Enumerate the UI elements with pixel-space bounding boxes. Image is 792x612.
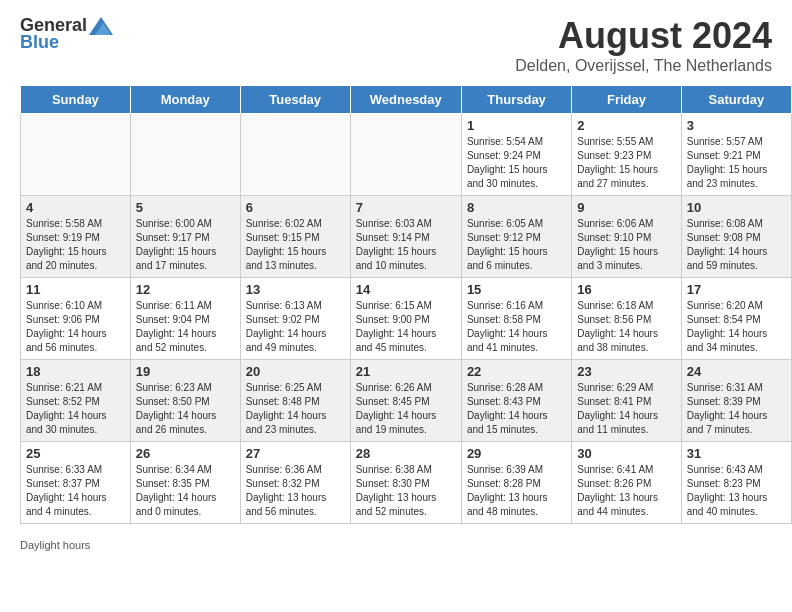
calendar-day-cell: 9Sunrise: 6:06 AM Sunset: 9:10 PM Daylig… (572, 196, 681, 278)
calendar-wrapper: SundayMondayTuesdayWednesdayThursdayFrid… (0, 85, 792, 534)
day-number: 14 (356, 282, 456, 297)
day-header-monday: Monday (130, 86, 240, 114)
calendar-day-cell: 4Sunrise: 5:58 AM Sunset: 9:19 PM Daylig… (21, 196, 131, 278)
day-info: Sunrise: 6:43 AM Sunset: 8:23 PM Dayligh… (687, 463, 786, 519)
day-number: 10 (687, 200, 786, 215)
day-number: 30 (577, 446, 675, 461)
day-number: 21 (356, 364, 456, 379)
day-header-wednesday: Wednesday (350, 86, 461, 114)
calendar-week-row: 25Sunrise: 6:33 AM Sunset: 8:37 PM Dayli… (21, 442, 792, 524)
day-info: Sunrise: 6:34 AM Sunset: 8:35 PM Dayligh… (136, 463, 235, 519)
calendar-day-cell: 17Sunrise: 6:20 AM Sunset: 8:54 PM Dayli… (681, 278, 791, 360)
calendar-day-cell: 7Sunrise: 6:03 AM Sunset: 9:14 PM Daylig… (350, 196, 461, 278)
location-subtitle: Delden, Overijssel, The Netherlands (515, 57, 772, 75)
day-number: 13 (246, 282, 345, 297)
day-number: 27 (246, 446, 345, 461)
day-info: Sunrise: 6:21 AM Sunset: 8:52 PM Dayligh… (26, 381, 125, 437)
day-number: 11 (26, 282, 125, 297)
day-info: Sunrise: 6:33 AM Sunset: 8:37 PM Dayligh… (26, 463, 125, 519)
page-header: General Blue August 2024 Delden, Overijs… (0, 0, 792, 85)
day-info: Sunrise: 6:15 AM Sunset: 9:00 PM Dayligh… (356, 299, 456, 355)
calendar-day-cell: 3Sunrise: 5:57 AM Sunset: 9:21 PM Daylig… (681, 114, 791, 196)
day-number: 23 (577, 364, 675, 379)
calendar-day-cell: 24Sunrise: 6:31 AM Sunset: 8:39 PM Dayli… (681, 360, 791, 442)
day-info: Sunrise: 5:55 AM Sunset: 9:23 PM Dayligh… (577, 135, 675, 191)
day-info: Sunrise: 6:26 AM Sunset: 8:45 PM Dayligh… (356, 381, 456, 437)
calendar-week-row: 18Sunrise: 6:21 AM Sunset: 8:52 PM Dayli… (21, 360, 792, 442)
calendar-day-cell (21, 114, 131, 196)
calendar-day-cell: 10Sunrise: 6:08 AM Sunset: 9:08 PM Dayli… (681, 196, 791, 278)
calendar-day-cell: 5Sunrise: 6:00 AM Sunset: 9:17 PM Daylig… (130, 196, 240, 278)
calendar-day-cell: 15Sunrise: 6:16 AM Sunset: 8:58 PM Dayli… (461, 278, 571, 360)
calendar-day-cell: 25Sunrise: 6:33 AM Sunset: 8:37 PM Dayli… (21, 442, 131, 524)
day-header-friday: Friday (572, 86, 681, 114)
day-number: 8 (467, 200, 566, 215)
day-header-thursday: Thursday (461, 86, 571, 114)
day-info: Sunrise: 6:11 AM Sunset: 9:04 PM Dayligh… (136, 299, 235, 355)
day-number: 20 (246, 364, 345, 379)
day-info: Sunrise: 5:57 AM Sunset: 9:21 PM Dayligh… (687, 135, 786, 191)
day-number: 22 (467, 364, 566, 379)
calendar-day-cell: 6Sunrise: 6:02 AM Sunset: 9:15 PM Daylig… (240, 196, 350, 278)
day-info: Sunrise: 6:18 AM Sunset: 8:56 PM Dayligh… (577, 299, 675, 355)
calendar-day-cell (240, 114, 350, 196)
logo-icon (89, 17, 113, 35)
day-number: 3 (687, 118, 786, 133)
day-info: Sunrise: 5:54 AM Sunset: 9:24 PM Dayligh… (467, 135, 566, 191)
calendar-day-cell: 26Sunrise: 6:34 AM Sunset: 8:35 PM Dayli… (130, 442, 240, 524)
day-number: 12 (136, 282, 235, 297)
calendar-day-cell: 27Sunrise: 6:36 AM Sunset: 8:32 PM Dayli… (240, 442, 350, 524)
day-number: 19 (136, 364, 235, 379)
day-info: Sunrise: 6:02 AM Sunset: 9:15 PM Dayligh… (246, 217, 345, 273)
day-info: Sunrise: 6:13 AM Sunset: 9:02 PM Dayligh… (246, 299, 345, 355)
calendar-day-cell: 23Sunrise: 6:29 AM Sunset: 8:41 PM Dayli… (572, 360, 681, 442)
month-year-title: August 2024 (515, 15, 772, 57)
calendar-header-row: SundayMondayTuesdayWednesdayThursdayFrid… (21, 86, 792, 114)
calendar-day-cell: 31Sunrise: 6:43 AM Sunset: 8:23 PM Dayli… (681, 442, 791, 524)
title-block: August 2024 Delden, Overijssel, The Neth… (515, 15, 772, 75)
day-number: 28 (356, 446, 456, 461)
day-info: Sunrise: 6:39 AM Sunset: 8:28 PM Dayligh… (467, 463, 566, 519)
daylight-label: Daylight hours (20, 539, 90, 551)
day-number: 17 (687, 282, 786, 297)
day-info: Sunrise: 6:00 AM Sunset: 9:17 PM Dayligh… (136, 217, 235, 273)
day-info: Sunrise: 6:25 AM Sunset: 8:48 PM Dayligh… (246, 381, 345, 437)
calendar-day-cell (350, 114, 461, 196)
calendar-week-row: 1Sunrise: 5:54 AM Sunset: 9:24 PM Daylig… (21, 114, 792, 196)
calendar-day-cell: 13Sunrise: 6:13 AM Sunset: 9:02 PM Dayli… (240, 278, 350, 360)
day-info: Sunrise: 6:23 AM Sunset: 8:50 PM Dayligh… (136, 381, 235, 437)
day-number: 25 (26, 446, 125, 461)
day-info: Sunrise: 6:05 AM Sunset: 9:12 PM Dayligh… (467, 217, 566, 273)
calendar-week-row: 4Sunrise: 5:58 AM Sunset: 9:19 PM Daylig… (21, 196, 792, 278)
day-number: 29 (467, 446, 566, 461)
calendar-day-cell: 21Sunrise: 6:26 AM Sunset: 8:45 PM Dayli… (350, 360, 461, 442)
calendar-table: SundayMondayTuesdayWednesdayThursdayFrid… (20, 85, 792, 524)
day-number: 4 (26, 200, 125, 215)
day-number: 24 (687, 364, 786, 379)
day-header-saturday: Saturday (681, 86, 791, 114)
day-number: 7 (356, 200, 456, 215)
calendar-day-cell: 19Sunrise: 6:23 AM Sunset: 8:50 PM Dayli… (130, 360, 240, 442)
day-header-sunday: Sunday (21, 86, 131, 114)
day-info: Sunrise: 6:06 AM Sunset: 9:10 PM Dayligh… (577, 217, 675, 273)
calendar-week-row: 11Sunrise: 6:10 AM Sunset: 9:06 PM Dayli… (21, 278, 792, 360)
day-number: 2 (577, 118, 675, 133)
calendar-day-cell: 1Sunrise: 5:54 AM Sunset: 9:24 PM Daylig… (461, 114, 571, 196)
day-info: Sunrise: 6:28 AM Sunset: 8:43 PM Dayligh… (467, 381, 566, 437)
day-info: Sunrise: 6:36 AM Sunset: 8:32 PM Dayligh… (246, 463, 345, 519)
day-number: 31 (687, 446, 786, 461)
calendar-day-cell: 29Sunrise: 6:39 AM Sunset: 8:28 PM Dayli… (461, 442, 571, 524)
calendar-day-cell: 12Sunrise: 6:11 AM Sunset: 9:04 PM Dayli… (130, 278, 240, 360)
day-info: Sunrise: 6:10 AM Sunset: 9:06 PM Dayligh… (26, 299, 125, 355)
day-number: 18 (26, 364, 125, 379)
calendar-day-cell: 14Sunrise: 6:15 AM Sunset: 9:00 PM Dayli… (350, 278, 461, 360)
logo-blue-text: Blue (20, 32, 59, 53)
calendar-day-cell: 22Sunrise: 6:28 AM Sunset: 8:43 PM Dayli… (461, 360, 571, 442)
calendar-day-cell: 11Sunrise: 6:10 AM Sunset: 9:06 PM Dayli… (21, 278, 131, 360)
day-number: 9 (577, 200, 675, 215)
page-container: General Blue August 2024 Delden, Overijs… (0, 0, 792, 556)
logo: General Blue (20, 15, 113, 53)
day-number: 26 (136, 446, 235, 461)
calendar-day-cell (130, 114, 240, 196)
calendar-day-cell: 28Sunrise: 6:38 AM Sunset: 8:30 PM Dayli… (350, 442, 461, 524)
